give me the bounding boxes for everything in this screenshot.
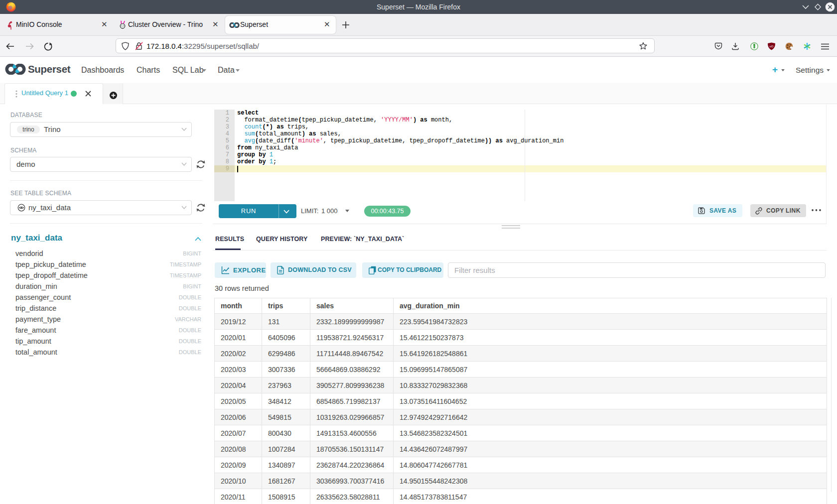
svg-text:uO: uO bbox=[769, 45, 773, 48]
